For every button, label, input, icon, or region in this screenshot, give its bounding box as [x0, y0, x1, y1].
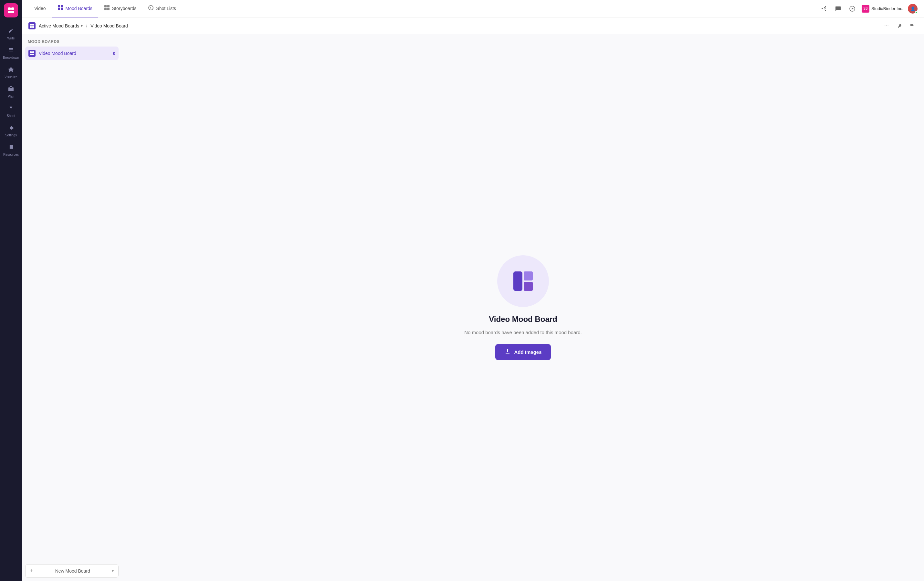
pin-button[interactable]: [894, 21, 904, 31]
tab-storyboards-label: Storyboards: [112, 6, 136, 11]
add-mood-board-chevron-icon: ▾: [112, 569, 114, 573]
empty-state-subtitle: No mood boards have been added to this m…: [464, 329, 582, 337]
svg-marker-15: [851, 8, 853, 10]
add-mood-board-label: New Mood Board: [55, 568, 90, 574]
svg-rect-3: [11, 11, 14, 13]
settings-icon: [8, 124, 14, 132]
sidebar-item-write-label: Write: [7, 36, 15, 40]
active-moodboards-dropdown[interactable]: Active Mood Boards ▾: [39, 23, 83, 28]
svg-rect-17: [32, 24, 34, 26]
mood-board-grid-icon: [513, 271, 533, 291]
sidebar-item-breakdown-label: Breakdown: [3, 56, 19, 59]
plan-icon: [8, 85, 14, 93]
tab-video[interactable]: Video: [28, 0, 52, 17]
company-name: StudioBinder Inc.: [871, 6, 903, 11]
svg-rect-16: [30, 24, 32, 26]
resources-icon: [8, 144, 14, 152]
left-panel-header: Mood Boards: [22, 34, 122, 46]
svg-rect-18: [30, 26, 32, 28]
tab-moodboards[interactable]: Mood Boards: [52, 0, 98, 17]
tab-moodboards-label: Mood Boards: [66, 6, 92, 11]
icon-sidebar: Write Breakdown Visualize Plan Shoot Set…: [0, 0, 22, 581]
svg-rect-23: [32, 54, 34, 55]
grid-cell-large: [513, 271, 522, 291]
top-nav: Video Mood Boards Storyboards Shot Lists: [22, 0, 924, 17]
storyboards-tab-icon: [104, 5, 110, 12]
sidebar-item-resources[interactable]: Resources: [0, 140, 22, 160]
svg-rect-22: [30, 54, 32, 55]
grid-cell-top-right: [524, 271, 533, 281]
svg-rect-19: [32, 26, 34, 28]
svg-rect-2: [8, 11, 11, 13]
logo[interactable]: [4, 3, 18, 17]
empty-state-circle: [497, 255, 549, 307]
share-button[interactable]: [819, 4, 829, 13]
tab-shotlists[interactable]: Shot Lists: [142, 0, 182, 17]
grid-cell-bottom-right: [524, 282, 533, 291]
write-icon: [8, 27, 14, 35]
mood-board-list: Video Mood Board 0: [22, 46, 122, 561]
add-images-label: Add Images: [514, 349, 541, 355]
empty-state: Video Mood Board No mood boards have bee…: [464, 255, 582, 360]
sub-header: Active Mood Boards ▾ / Video Mood Board …: [22, 17, 924, 34]
sidebar-item-settings[interactable]: Settings: [0, 121, 22, 140]
sidebar-item-write[interactable]: Write: [0, 24, 22, 43]
shotlists-tab-icon: [148, 5, 154, 12]
mood-board-item-label: Video Mood Board: [39, 51, 110, 56]
sidebar-item-breakdown[interactable]: Breakdown: [0, 43, 22, 63]
upload-icon: [504, 348, 511, 356]
svg-rect-7: [58, 8, 60, 10]
tab-video-label: Video: [34, 6, 46, 11]
svg-rect-8: [61, 8, 63, 10]
main-area: Video Mood Boards Storyboards Shot Lists: [22, 0, 924, 581]
empty-state-title: Video Mood Board: [489, 315, 557, 324]
content-row: Mood Boards Video Mood Board 0 + New Moo…: [22, 34, 924, 581]
tab-storyboards[interactable]: Storyboards: [98, 0, 142, 17]
svg-rect-20: [30, 51, 32, 53]
comment-button[interactable]: [833, 4, 843, 13]
breadcrumb-icon: [28, 22, 36, 30]
breadcrumb-separator: /: [86, 23, 87, 28]
svg-rect-0: [8, 7, 11, 10]
mood-board-item-icon: [28, 50, 36, 57]
svg-rect-6: [61, 5, 63, 7]
add-mood-board-button[interactable]: + New Mood Board ▾: [25, 564, 119, 578]
sidebar-item-visualize[interactable]: Visualize: [0, 63, 22, 82]
add-images-button[interactable]: Add Images: [495, 344, 551, 360]
svg-rect-9: [104, 5, 107, 7]
dropdown-chevron-icon: ▾: [81, 23, 83, 28]
more-options-button[interactable]: ···: [881, 21, 892, 31]
svg-rect-21: [32, 51, 34, 53]
mood-board-item[interactable]: Video Mood Board 0: [25, 46, 119, 60]
svg-marker-4: [8, 66, 14, 72]
right-panel: Video Mood Board No mood boards have bee…: [122, 34, 924, 581]
sidebar-item-plan-label: Plan: [8, 95, 14, 98]
user-avatar[interactable]: 👤: [908, 4, 917, 13]
svg-rect-1: [11, 7, 14, 10]
sidebar-item-shoot-label: Shoot: [7, 114, 15, 118]
svg-rect-5: [58, 5, 60, 7]
visualize-icon: [8, 66, 14, 74]
flag-button[interactable]: [907, 21, 917, 31]
more-dots-icon: ···: [884, 23, 889, 29]
studiobinder-label: SB StudioBinder Inc.: [862, 5, 903, 13]
sidebar-item-plan[interactable]: Plan: [0, 82, 22, 101]
online-indicator: [915, 11, 918, 14]
mood-board-item-count: 0: [113, 51, 116, 56]
sb-logo: SB: [862, 5, 870, 13]
breadcrumb-dropdown-label: Active Mood Boards: [39, 23, 79, 28]
sidebar-item-settings-label: Settings: [5, 134, 17, 137]
shoot-icon: [8, 105, 14, 113]
sidebar-item-resources-label: Resources: [3, 153, 19, 157]
sidebar-item-visualize-label: Visualize: [5, 75, 17, 79]
sidebar-item-shoot[interactable]: Shoot: [0, 101, 22, 121]
breadcrumb-current-label: Video Mood Board: [91, 23, 128, 28]
top-nav-right: SB StudioBinder Inc. 👤: [819, 4, 917, 13]
svg-rect-11: [104, 8, 107, 10]
left-panel: Mood Boards Video Mood Board 0 + New Moo…: [22, 34, 122, 581]
play-button[interactable]: [847, 4, 857, 13]
tab-shotlists-label: Shot Lists: [156, 6, 176, 11]
svg-rect-12: [107, 8, 109, 10]
moodboards-tab-icon: [58, 5, 63, 12]
plus-icon: +: [30, 568, 34, 574]
